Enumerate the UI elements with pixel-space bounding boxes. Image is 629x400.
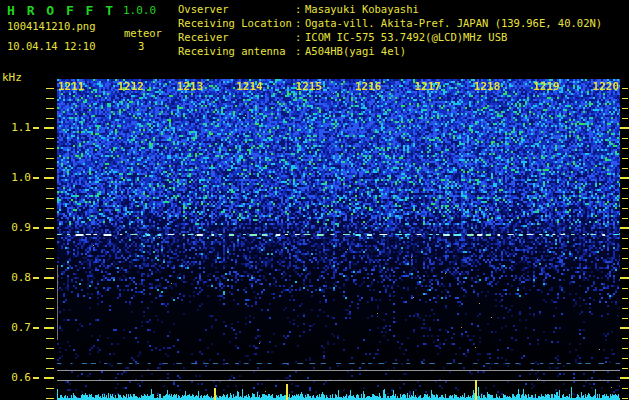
info-label: Receiving Location [178, 17, 295, 30]
freq-minor-tick-right [622, 148, 628, 149]
freq-minor-tick [46, 98, 54, 99]
freq-minor-tick-right [622, 108, 628, 109]
info-label: Ovserver [178, 3, 295, 16]
freq-tick-label: 0.8 [0, 271, 31, 284]
observer-info-row: Ovserver:Masayuki Kobayashi [178, 3, 602, 17]
time-tick-label: 1213 [177, 80, 204, 93]
freq-minor-tick-right [622, 288, 628, 289]
freq-major-tick-dash [33, 277, 39, 279]
freq-major-tick-right [620, 177, 629, 179]
freq-major-tick-dash [33, 327, 39, 329]
freq-major-tick-right [620, 227, 629, 229]
freq-minor-tick-right [622, 248, 628, 249]
freq-minor-tick [46, 168, 54, 169]
time-tick-label: 1211 [58, 80, 85, 93]
freq-minor-tick [46, 388, 54, 389]
freq-minor-tick-right [622, 358, 628, 359]
freq-minor-tick [46, 258, 54, 259]
freq-minor-tick-right [622, 88, 628, 89]
freq-minor-tick [46, 208, 54, 209]
info-value: Ogata-vill. Akita-Pref. JAPAN (139.96E, … [305, 17, 602, 29]
freq-major-tick [44, 177, 54, 179]
freq-major-tick [44, 327, 54, 329]
freq-minor-tick-right [622, 308, 628, 309]
freq-minor-tick-right [622, 218, 628, 219]
mode-label: meteor [124, 27, 162, 39]
freq-minor-tick [46, 248, 54, 249]
time-tick-label: 1212 [117, 80, 144, 93]
observer-info-row: Receiving Location:Ogata-vill. Akita-Pre… [178, 17, 602, 31]
freq-minor-tick-right [622, 398, 628, 399]
info-colon: : [295, 17, 305, 30]
freq-tick-label: 1.1 [0, 121, 31, 134]
app-title: H R O F F T [7, 3, 115, 18]
info-colon: : [295, 45, 305, 58]
freq-axis-unit-label: kHz [2, 71, 22, 84]
freq-minor-tick-right [622, 338, 628, 339]
freq-minor-tick [46, 318, 54, 319]
freq-minor-tick-right [622, 388, 628, 389]
freq-tick-label: 0.9 [0, 221, 31, 234]
freq-tick-label: 0.7 [0, 321, 31, 334]
time-tick-label: 1218 [474, 80, 501, 93]
freq-minor-tick-right [622, 188, 628, 189]
freq-minor-tick-right [622, 158, 628, 159]
freq-minor-tick [46, 188, 54, 189]
observer-info-block: Ovserver:Masayuki Kobayashi Receiving Lo… [178, 3, 602, 59]
date-time-label: 10.04.14 12:10 [7, 40, 96, 52]
freq-major-tick-dash [33, 177, 39, 179]
output-filename: 1004141210.png [7, 20, 96, 32]
freq-minor-tick [46, 358, 54, 359]
freq-major-tick [44, 227, 54, 229]
freq-minor-tick-right [622, 298, 628, 299]
freq-minor-tick-right [622, 258, 628, 259]
freq-major-tick-right [620, 377, 629, 379]
time-tick-label: 1220 [593, 80, 620, 93]
info-value: ICOM IC-575 53.7492(@LCD)MHz USB [305, 31, 507, 43]
freq-minor-tick [46, 338, 54, 339]
info-label: Receiver [178, 31, 295, 44]
freq-major-tick-right [620, 127, 629, 129]
freq-minor-tick-right [622, 318, 628, 319]
freq-minor-tick [46, 238, 54, 239]
freq-tick-label: 1.0 [0, 171, 31, 184]
info-colon: : [295, 31, 305, 44]
info-value: A504HB(yagi 4el) [305, 45, 406, 57]
hrofft-output-screen: H R O F F T 1.0.0 1004141210.png meteor … [0, 0, 629, 400]
freq-minor-tick [46, 138, 54, 139]
freq-major-tick-dash [33, 127, 39, 129]
time-tick-label: 1215 [296, 80, 323, 93]
freq-minor-tick-right [622, 168, 628, 169]
observer-info-row: Receiving antenna:A504HB(yagi 4el) [178, 45, 602, 59]
freq-minor-tick [46, 268, 54, 269]
freq-major-tick [44, 377, 54, 379]
meteor-count: 3 [138, 40, 144, 52]
freq-major-tick-dash [33, 227, 39, 229]
observer-info-row: Receiver:ICOM IC-575 53.7492(@LCD)MHz US… [178, 31, 602, 45]
freq-major-tick [44, 127, 54, 129]
time-tick-label: 1217 [414, 80, 441, 93]
freq-minor-tick [46, 368, 54, 369]
freq-minor-tick-right [622, 268, 628, 269]
freq-minor-tick [46, 218, 54, 219]
freq-minor-tick-right [622, 348, 628, 349]
time-tick-label: 1214 [236, 80, 263, 93]
freq-major-tick-right [620, 277, 629, 279]
freq-minor-tick [46, 118, 54, 119]
freq-minor-tick [46, 348, 54, 349]
time-tick-label: 1216 [355, 80, 382, 93]
info-value: Masayuki Kobayashi [305, 3, 419, 15]
freq-minor-tick [46, 198, 54, 199]
freq-minor-tick [46, 398, 54, 399]
freq-minor-tick [46, 288, 54, 289]
freq-tick-label: 0.6 [0, 371, 31, 384]
freq-minor-tick-right [622, 98, 628, 99]
info-colon: : [295, 3, 305, 16]
freq-minor-tick [46, 158, 54, 159]
app-version: 1.0.0 [123, 4, 156, 17]
info-label: Receiving antenna [178, 45, 295, 58]
freq-major-tick-dash [33, 377, 39, 379]
freq-minor-tick [46, 308, 54, 309]
freq-minor-tick-right [622, 138, 628, 139]
freq-minor-tick-right [622, 208, 628, 209]
